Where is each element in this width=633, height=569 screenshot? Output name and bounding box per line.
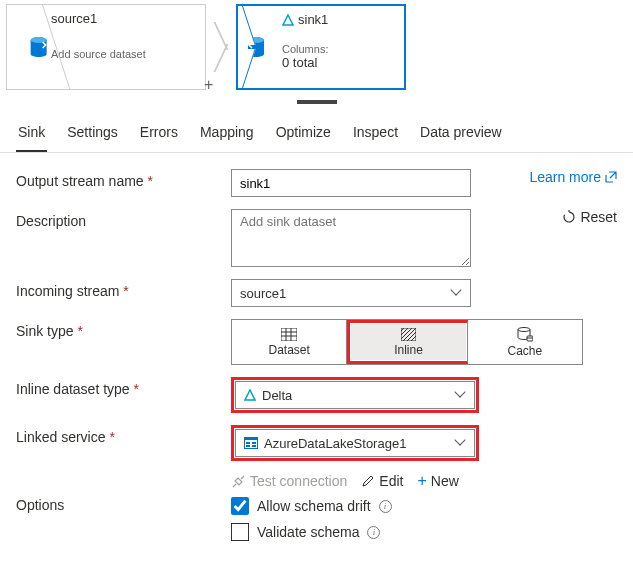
chevron-down-icon (456, 438, 466, 448)
grid-icon (281, 328, 297, 341)
svg-rect-24 (252, 445, 256, 447)
svg-rect-22 (252, 442, 256, 444)
storage-icon (244, 437, 258, 449)
svg-point-16 (518, 327, 530, 331)
svg-point-3 (248, 37, 264, 43)
external-link-icon (605, 171, 617, 183)
tab-data-preview[interactable]: Data preview (418, 116, 504, 152)
tab-settings[interactable]: Settings (65, 116, 120, 152)
tab-mapping[interactable]: Mapping (198, 116, 256, 152)
chevron-down-icon (456, 390, 466, 400)
inline-dataset-select[interactable]: Delta (235, 381, 475, 409)
inline-icon (401, 328, 416, 341)
label-options: Options (16, 473, 231, 513)
info-icon[interactable]: i (379, 500, 392, 513)
reset-icon (562, 210, 576, 224)
label-linked-service: Linked service (16, 425, 231, 445)
sink-columns-label: Columns: (282, 43, 328, 55)
label-output-stream: Output stream name (16, 169, 231, 189)
tab-inspect[interactable]: Inspect (351, 116, 400, 152)
reset-button[interactable]: Reset (562, 209, 617, 225)
sink-form: Output stream name Learn more Descriptio… (0, 153, 633, 565)
tab-optimize[interactable]: Optimize (274, 116, 333, 152)
resize-handle[interactable] (297, 100, 337, 104)
edit-button[interactable]: Edit (361, 473, 403, 489)
sink-node[interactable]: sink1 Columns: 0 total (236, 4, 406, 90)
validate-schema-checkbox[interactable]: Validate schema i (231, 523, 380, 541)
delta-icon (282, 14, 294, 26)
svg-line-11 (401, 328, 408, 335)
description-input[interactable] (231, 209, 471, 267)
allow-schema-drift-checkbox[interactable]: Allow schema drift i (231, 497, 392, 515)
plug-icon (231, 474, 246, 489)
plus-icon: + (417, 475, 426, 487)
tab-errors[interactable]: Errors (138, 116, 180, 152)
chevron-down-icon (452, 288, 462, 298)
learn-more-link[interactable]: Learn more (529, 169, 617, 185)
new-button[interactable]: + New (417, 473, 458, 489)
delta-icon (244, 389, 256, 401)
linked-service-select[interactable]: AzureDataLakeStorage1 (235, 429, 475, 457)
svg-rect-21 (246, 442, 250, 444)
test-connection-button: Test connection (231, 473, 347, 489)
info-icon[interactable]: i (367, 526, 380, 539)
label-sink-type: Sink type (16, 319, 231, 339)
sink-type-inline[interactable]: Inline (351, 324, 465, 360)
cache-icon (517, 327, 533, 342)
svg-line-14 (407, 332, 416, 341)
source-node-title: source1 (51, 11, 146, 26)
incoming-stream-select[interactable]: source1 (231, 279, 471, 307)
label-incoming-stream: Incoming stream (16, 279, 231, 299)
sink-type-segmented: Dataset Inline Cache (231, 319, 583, 365)
svg-rect-4 (281, 328, 297, 341)
database-icon (238, 6, 274, 88)
tab-sink[interactable]: Sink (16, 116, 47, 152)
label-description: Description (16, 209, 231, 229)
pencil-icon (361, 474, 375, 488)
connector (206, 4, 236, 90)
source-node[interactable]: source1 Add source dataset (6, 4, 206, 90)
sink-type-cache[interactable]: Cache (468, 320, 582, 364)
tab-bar: Sink Settings Errors Mapping Optimize In… (0, 116, 633, 153)
sink-type-dataset[interactable]: Dataset (232, 320, 347, 364)
flow-canvas: source1 Add source dataset + sink1 Colum… (0, 0, 633, 94)
sink-columns-value: 0 total (282, 55, 328, 70)
sink-node-title: sink1 (298, 12, 328, 27)
label-inline-dataset-type: Inline dataset type (16, 377, 231, 397)
output-stream-input[interactable] (231, 169, 471, 197)
svg-rect-23 (246, 445, 250, 447)
source-node-subtitle: Add source dataset (51, 48, 146, 60)
